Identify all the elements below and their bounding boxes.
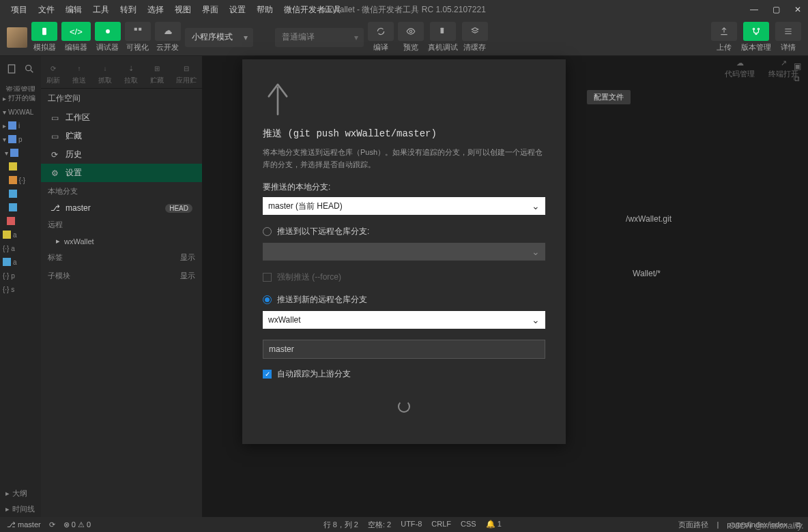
menu-help[interactable]: 帮助 (251, 4, 278, 16)
cloud-up-icon: ☁ (736, 59, 744, 68)
menu-tools[interactable]: 工具 (87, 4, 115, 16)
realdebug-button[interactable] (430, 22, 456, 41)
config-file-button[interactable]: 配置文件 (587, 90, 631, 104)
git-fetch[interactable]: ↓抓取 (98, 62, 112, 85)
stash-icon: ⊞ (151, 62, 163, 74)
minimize-icon[interactable]: — (749, 5, 759, 14)
sb-bell[interactable]: 🔔 1 (486, 520, 502, 530)
close-icon[interactable]: ✕ (793, 5, 803, 14)
visual-button[interactable] (125, 22, 151, 41)
git-stash[interactable]: ⊞贮藏 (150, 62, 164, 85)
git-pull[interactable]: ⇣拉取 (124, 62, 138, 85)
upload-button[interactable] (711, 22, 737, 41)
timeline-section[interactable]: ▸ 时间线 (0, 501, 41, 517)
file-row[interactable] (0, 187, 41, 201)
svg-point-1 (106, 29, 110, 33)
menu-edit[interactable]: 编辑 (60, 4, 87, 16)
git-apply[interactable]: ⊟应用贮 (176, 62, 197, 85)
compile-select[interactable]: 普通编译 (275, 28, 364, 47)
submodule-header[interactable]: 子模块显示 (41, 267, 202, 285)
auto-track-row[interactable]: ✓ 自动跟踪为上游分支 (263, 368, 545, 380)
auto-track-checkbox: ✓ (263, 370, 272, 379)
cloud-button[interactable] (155, 22, 181, 41)
menu-view[interactable]: 视图 (169, 4, 197, 16)
branch-master[interactable]: ⎇ master HEAD (41, 201, 202, 216)
dialog-desc: 将本地分支推送到远程仓库（Push）。如果没有追踪的分支，则可以创建一个远程仓库… (263, 147, 545, 171)
clearcache-button[interactable] (462, 22, 488, 41)
tags-header[interactable]: 标签显示 (41, 248, 202, 267)
file-row[interactable]: {·} (0, 173, 41, 187)
menu-select[interactable]: 选择 (142, 4, 169, 16)
preview-button[interactable] (398, 22, 424, 41)
simulator-label: 模拟器 (33, 42, 56, 53)
stash-small-icon: ▭ (49, 131, 60, 142)
git-refresh[interactable]: ⟳刷新 (46, 62, 60, 85)
outline-section[interactable]: ▸ 大纲 (0, 486, 41, 501)
workzone-item[interactable]: ▭工作区 (41, 108, 202, 127)
branch-icon (751, 27, 761, 36)
project-root[interactable]: ▾ WXWAL (0, 105, 41, 119)
panel-icon[interactable]: ▣ (794, 61, 801, 71)
push-new-radio[interactable]: 推送到新的远程仓库分支 (263, 294, 545, 306)
panel2-icon[interactable]: ⧉ (794, 74, 801, 83)
file-row[interactable]: a (0, 228, 41, 241)
version-button[interactable] (743, 22, 769, 41)
sb-spaces[interactable]: 空格: 2 (368, 520, 391, 530)
push-arrow-icon (263, 78, 293, 119)
files-icon[interactable] (5, 63, 18, 75)
detail-button[interactable] (775, 22, 801, 41)
compile-button[interactable] (368, 22, 394, 41)
file-row[interactable]: ▾ (0, 146, 41, 160)
clearcache-label: 清缓存 (463, 42, 486, 53)
menu-ui[interactable]: 界面 (197, 4, 224, 16)
sb-errors[interactable]: ⊗ 0 ⚠ 0 (63, 520, 91, 529)
editor-button[interactable]: </> (61, 22, 91, 41)
sb-lang[interactable]: CSS (461, 520, 476, 530)
menu-file[interactable]: 文件 (33, 4, 60, 16)
grid-icon (133, 27, 143, 36)
simulator-button[interactable] (31, 22, 57, 41)
file-row[interactable]: a (0, 255, 41, 269)
push-remote-radio[interactable]: 推送到以下远程仓库分支: (263, 226, 545, 237)
file-row[interactable]: ▸ i (0, 119, 41, 132)
head-badge: HEAD (165, 204, 192, 213)
toolbar: 模拟器 </>编辑器 调试器 可视化 云开发 小程序模式 普通编译 编译 预览 … (0, 19, 808, 56)
avatar[interactable] (7, 27, 27, 48)
file-row[interactable]: {·} p (0, 269, 41, 282)
version-label: 版本管理 (741, 42, 771, 53)
mode-select[interactable]: 小程序模式 (185, 28, 253, 47)
file-row[interactable] (0, 160, 41, 173)
debugger-button[interactable] (95, 22, 121, 41)
local-branch-select[interactable]: master (当前 HEAD) (263, 197, 545, 215)
menu-goto[interactable]: 转到 (115, 4, 142, 16)
maximize-icon[interactable]: ▢ (771, 5, 781, 14)
file-row[interactable] (0, 214, 41, 228)
stash-item[interactable]: ▭贮藏 (41, 127, 202, 145)
sb-encoding[interactable]: UTF-8 (401, 520, 422, 530)
sb-branch[interactable]: ⎇ master (7, 520, 41, 529)
remote-wxwallet[interactable]: ▸wxWallet (41, 234, 202, 248)
opened-section[interactable]: ▸ 打开的编 (0, 91, 41, 105)
branch-input[interactable]: master (263, 340, 545, 359)
settings-item[interactable]: ⚙设置 (41, 164, 202, 182)
menu-project[interactable]: 项目 (5, 4, 33, 16)
local-branch-header: 本地分支 (41, 182, 202, 201)
realdebug-label: 真机调试 (428, 42, 458, 53)
file-row[interactable] (0, 201, 41, 214)
remote-url-text: /wxWallet.git (626, 214, 672, 224)
git-push[interactable]: ↑推送 (72, 62, 86, 85)
file-row[interactable]: {·} s (0, 282, 41, 296)
menu-settings[interactable]: 设置 (224, 4, 251, 16)
file-row[interactable]: {·} a (0, 241, 41, 255)
history-icon: ⟳ (49, 149, 60, 160)
search-icon[interactable] (23, 63, 35, 75)
sb-cursor[interactable]: 行 8，列 2 (323, 520, 358, 530)
code-mgmt[interactable]: ☁代码管理 (725, 59, 755, 79)
history-item[interactable]: ⟳历史 (41, 145, 202, 164)
remote-select[interactable]: wxWallet (263, 311, 545, 329)
sb-eol[interactable]: CRLF (431, 520, 451, 530)
cloud-label: 云开发 (156, 42, 179, 53)
svg-point-6 (753, 28, 754, 29)
file-row[interactable]: ▾ p (0, 132, 41, 146)
sb-sync[interactable]: ⟳ (49, 520, 55, 529)
